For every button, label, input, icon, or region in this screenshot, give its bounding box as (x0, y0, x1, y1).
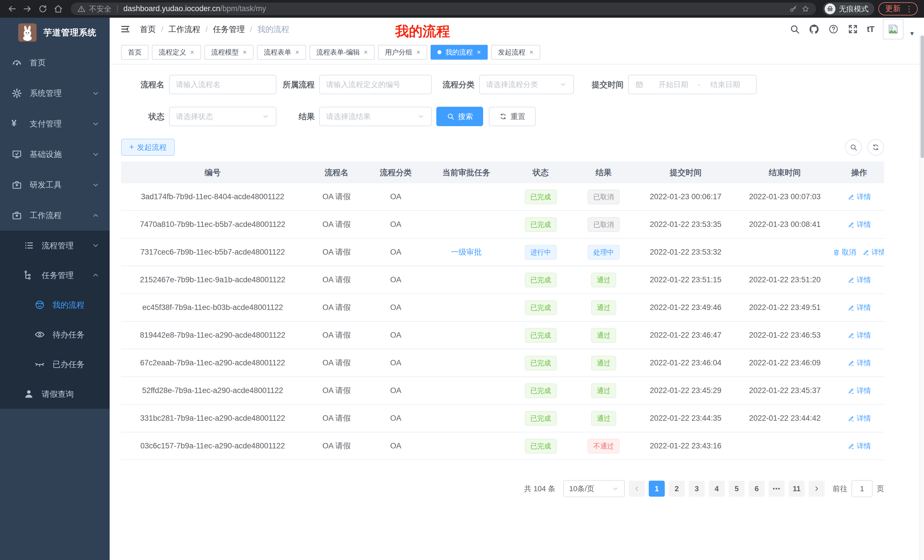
close-icon[interactable]: × (416, 49, 420, 55)
detail-link[interactable]: 详情 (848, 220, 871, 229)
breadcrumb-item[interactable]: 首页 (140, 24, 156, 34)
close-icon[interactable]: × (243, 49, 247, 55)
process-category-select[interactable]: 请选择流程分类 (479, 75, 574, 94)
sidebar-item-my-process[interactable]: 我的流程 (0, 290, 110, 320)
more-pages-button[interactable]: ••• (769, 481, 784, 497)
process-definition-input[interactable] (326, 80, 425, 89)
bookmark-star-icon[interactable] (801, 4, 810, 13)
sidebar-item-leave-query[interactable]: 请假查询 (0, 379, 110, 409)
window-scrollbar[interactable] (920, 35, 924, 560)
browser-menu-icon[interactable]: ⋮ (905, 4, 913, 14)
sidebar-item-task-mgmt[interactable]: 任务管理 (0, 260, 110, 290)
tab-start-process[interactable]: 发起流程× (491, 45, 540, 60)
status-select[interactable]: 请选择状态 (169, 107, 276, 126)
close-icon[interactable]: × (530, 49, 533, 55)
close-icon[interactable]: × (477, 49, 481, 55)
tab-process-form[interactable]: 流程表单× (257, 45, 306, 60)
reset-button[interactable]: 重置 (489, 107, 536, 126)
page-button-6[interactable]: 6 (748, 481, 765, 497)
url-bar[interactable]: 不安全 dashboard.yudao.iocoder.cn/bpm/task/… (71, 3, 816, 15)
page-button-11[interactable]: 11 (789, 481, 805, 497)
prev-page-button[interactable] (629, 481, 645, 497)
detail-link[interactable]: 详情 (848, 358, 871, 367)
font-size-icon[interactable]: tT (867, 24, 874, 34)
sidebar-item-workflow[interactable]: 工作流程 (0, 200, 110, 231)
breadcrumb-item[interactable]: 任务管理 (213, 24, 245, 34)
page-button-5[interactable]: 5 (729, 481, 745, 497)
detail-link[interactable]: 详情 (848, 414, 871, 423)
detail-link[interactable]: 详情 (862, 248, 884, 257)
sidebar-item-devtools[interactable]: 研发工具 (0, 169, 110, 200)
detail-link[interactable]: 详情 (848, 442, 871, 451)
update-label: 更新 (885, 4, 901, 14)
avatar[interactable] (883, 19, 903, 39)
submit-time-range-picker[interactable]: 开始日期 - 结束日期 (628, 75, 757, 94)
chevron-down-icon (92, 89, 100, 97)
page-button-4[interactable]: 4 (709, 481, 725, 497)
broken-image-icon (886, 22, 900, 36)
tab-process-form-edit[interactable]: 流程表单-编辑× (309, 45, 375, 60)
page-button-1[interactable]: 1 (649, 481, 665, 497)
breadcrumb: 首页/工作流程/任务管理/我的流程 (140, 24, 289, 34)
page-size-value: 10条/页 (569, 484, 594, 494)
goto-page-input[interactable] (852, 480, 873, 497)
page-button-2[interactable]: 2 (669, 481, 685, 497)
sidebar-item-system[interactable]: 系统管理 (0, 78, 110, 108)
chevron-left-icon (633, 485, 640, 493)
breadcrumb-item[interactable]: 工作流程 (168, 24, 201, 34)
detail-link[interactable]: 详情 (848, 386, 871, 395)
github-icon[interactable] (808, 24, 819, 34)
row-status: 进行中 (510, 245, 572, 260)
breadcrumb-separator: / (161, 24, 164, 34)
back-icon[interactable] (6, 3, 18, 15)
update-button[interactable]: 更新 ⋮ (878, 2, 918, 15)
sidebar-item-home[interactable]: 首页 (0, 47, 110, 78)
detail-link[interactable]: 详情 (848, 303, 871, 312)
table-row: 03c6c157-7b9a-11ec-a290-acde48001122OA 请… (121, 433, 884, 460)
detail-link[interactable]: 详情 (848, 276, 871, 284)
avatar-caret-icon[interactable]: ▾ (910, 29, 914, 39)
next-page-button[interactable] (808, 481, 825, 497)
tab-process-definition[interactable]: 流程定义× (152, 45, 201, 60)
scrollbar-thumb[interactable] (921, 35, 924, 158)
app-title: 芋道管理系统 (44, 27, 96, 38)
cancel-link[interactable]: 取消 (834, 248, 856, 257)
page-button-3[interactable]: 3 (689, 481, 705, 497)
toggle-search-button[interactable] (845, 139, 862, 156)
sidebar-item-process-mgmt[interactable]: 流程管理 (0, 231, 110, 260)
row-current-task[interactable]: 一级审批 (422, 247, 510, 257)
home-icon[interactable] (52, 3, 64, 15)
search-icon[interactable] (789, 24, 800, 34)
search-button[interactable]: 搜索 (436, 107, 483, 126)
page-size-select[interactable]: 10条/页 (563, 480, 625, 497)
sidebar-item-label: 首页 (30, 58, 46, 67)
sidebar-item-infrastructure[interactable]: 基础设施 (0, 139, 110, 169)
sidebar-item-payment[interactable]: ¥支付管理 (0, 108, 110, 139)
process-name-input[interactable] (176, 80, 270, 89)
help-icon[interactable] (828, 24, 839, 34)
fullscreen-icon[interactable] (848, 24, 858, 34)
tab-process-model[interactable]: 流程模型× (204, 45, 254, 60)
key-icon[interactable] (789, 4, 798, 13)
close-icon[interactable]: × (295, 49, 299, 55)
collapse-menu-icon[interactable] (120, 24, 131, 34)
column-header: 操作 (834, 168, 884, 178)
tab-user-group[interactable]: 用户分组× (378, 45, 427, 60)
result-select[interactable]: 请选择流结果 (319, 107, 432, 126)
reload-icon[interactable] (37, 3, 48, 15)
row-category: OA (369, 358, 422, 368)
create-process-button[interactable]: + 发起流程 (121, 139, 175, 156)
detail-link[interactable]: 详情 (848, 192, 871, 201)
tab-home[interactable]: 首页 (121, 45, 148, 60)
sidebar-item-done-tasks[interactable]: 已办任务 (0, 349, 110, 379)
close-icon[interactable]: × (190, 49, 194, 55)
detail-link[interactable]: 详情 (848, 331, 871, 340)
task-link[interactable]: 一级审批 (451, 247, 482, 257)
close-icon[interactable]: × (364, 49, 368, 55)
tab-my-process[interactable]: 我的流程× (430, 45, 488, 60)
forward-icon[interactable] (22, 3, 33, 15)
row-submit-time: 2022-01-22 23:46:04 (636, 358, 735, 368)
refresh-table-button[interactable] (867, 139, 884, 156)
sidebar-item-todo-tasks[interactable]: 待办任务 (0, 320, 110, 349)
refresh-icon (872, 143, 880, 151)
